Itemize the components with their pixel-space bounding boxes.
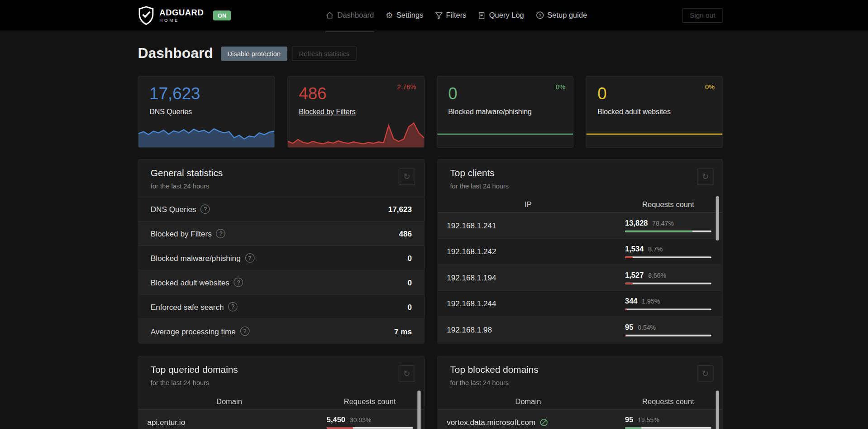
- progress-bar: [625, 256, 711, 258]
- client-ip[interactable]: 192.168.1.241: [447, 221, 496, 230]
- stat-value: 7 ms: [394, 327, 412, 336]
- domain-name[interactable]: vortex.data.microsoft.com: [447, 418, 535, 427]
- refresh-statistics-button[interactable]: Refresh statistics: [291, 46, 357, 61]
- stat-label: Blocked malware/phishing: [151, 254, 241, 263]
- request-count: 95: [625, 415, 633, 424]
- refresh-icon-button[interactable]: ↻: [697, 365, 714, 382]
- column-domain: Domain: [438, 397, 619, 405]
- top-clients-panel: Top clients for the last 24 hours ↻ IP R…: [437, 159, 723, 343]
- blocked-malware-percent: 0%: [556, 83, 565, 91]
- table-header: IP Requests count: [438, 197, 723, 212]
- nav-query-log[interactable]: Query Log: [478, 0, 524, 30]
- client-ip[interactable]: 192.168.1.244: [447, 299, 496, 308]
- refresh-icon: ↻: [403, 172, 410, 182]
- stat-label: Blocked adult websites: [151, 278, 229, 287]
- progress-bar: [625, 308, 711, 310]
- stat-value: 0: [408, 302, 412, 311]
- stat-card-blocked-adult: 0 Blocked adult websites 0%: [586, 76, 723, 148]
- panel-title: Top blocked domains: [450, 365, 710, 376]
- stat-row: Blocked by Filters? 486: [138, 221, 424, 246]
- client-ip[interactable]: 192.168.1.194: [447, 273, 496, 282]
- stat-card-blocked-malware: 0 Blocked malware/phishing 0%: [437, 76, 574, 148]
- nav-settings[interactable]: ⚙ Settings: [386, 0, 423, 30]
- help-icon[interactable]: ?: [240, 326, 250, 336]
- blocked-malware-value: 0: [448, 84, 573, 103]
- request-percent: 8.7%: [648, 246, 663, 253]
- general-statistics-panel: General statistics for the last 24 hours…: [138, 159, 425, 343]
- client-row: 192.168.1.98 950.54%: [438, 316, 723, 342]
- domain-name[interactable]: api.entur.io: [147, 418, 185, 427]
- panel-subtitle: for the last 24 hours: [151, 379, 412, 387]
- request-count: 13,828: [625, 219, 648, 227]
- help-icon[interactable]: ?: [234, 278, 243, 287]
- request-percent: 19.55%: [638, 417, 659, 424]
- top-blocked-domains-panel: Top blocked domains for the last 24 hour…: [437, 356, 723, 429]
- client-row: 192.168.1.244 3441.95%: [438, 290, 723, 316]
- stat-card-blocked-filters: 486 Blocked by Filters 2.76%: [287, 76, 424, 148]
- progress-bar: [625, 231, 711, 232]
- nav-label: Settings: [396, 11, 424, 19]
- stat-cards: 17,623 DNS Queries 486 Blocked by Filter…: [138, 76, 723, 148]
- help-icon[interactable]: ?: [216, 229, 226, 238]
- panel-subtitle: for the last 24 hours: [450, 379, 710, 387]
- client-ip[interactable]: 192.168.1.98: [447, 325, 492, 334]
- blocked-service-icon[interactable]: [540, 418, 548, 426]
- client-row: 192.168.1.242 1,5348.7%: [438, 238, 723, 264]
- dns-queries-value: 17,623: [149, 84, 274, 103]
- query-log-icon: [478, 11, 486, 19]
- stat-card-dns-queries: 17,623 DNS Queries: [138, 76, 275, 148]
- top-queried-rows: api.entur.io 5,45030.93%: [138, 410, 424, 429]
- dns-queries-label: DNS Queries: [149, 107, 274, 116]
- funnel-icon: [435, 11, 443, 19]
- panel-title: Top queried domains: [151, 365, 412, 376]
- nav-label: Query Log: [489, 11, 524, 19]
- request-count: 5,450: [327, 415, 345, 424]
- scrollbar-thumb[interactable]: [716, 196, 719, 241]
- scrollbar-thumb[interactable]: [716, 390, 719, 429]
- panel-subtitle: for the last 24 hours: [450, 182, 710, 190]
- request-percent: 1.95%: [642, 298, 660, 305]
- refresh-icon-button[interactable]: ↻: [399, 169, 415, 185]
- help-icon[interactable]: ?: [228, 302, 238, 312]
- request-count: 95: [625, 323, 633, 331]
- brand-sub: HOME: [159, 18, 204, 23]
- request-percent: 0.54%: [638, 324, 656, 331]
- refresh-icon-button[interactable]: ↻: [697, 169, 714, 185]
- progress-bar: [625, 427, 711, 429]
- blocked-malware-label: Blocked malware/phishing: [448, 107, 573, 116]
- stat-value: 17,623: [388, 205, 412, 214]
- client-ip[interactable]: 192.168.1.242: [447, 247, 496, 256]
- refresh-icon-button[interactable]: ↻: [399, 365, 415, 382]
- nav-dashboard[interactable]: Dashboard: [326, 0, 374, 30]
- top-clients-rows: 192.168.1.241 13,82878.47% 192.168.1.242…: [438, 213, 723, 342]
- stat-label: Average processing time: [151, 327, 236, 336]
- request-percent: 8.66%: [648, 272, 666, 279]
- nav-label: Dashboard: [337, 11, 374, 19]
- blocked-adult-sparkline: [587, 120, 723, 147]
- scrollbar-thumb[interactable]: [417, 390, 420, 429]
- dns-queries-sparkline: [138, 120, 275, 147]
- top-blocked-rows: vortex.data.microsoft.com 9519.55%: [438, 410, 723, 429]
- panel-title: Top clients: [450, 168, 710, 179]
- sign-out-button[interactable]: Sign out: [682, 8, 723, 23]
- request-percent: 78.47%: [652, 220, 674, 227]
- blocked-filters-sparkline: [288, 120, 424, 147]
- blocked-adult-percent: 0%: [705, 83, 715, 91]
- stat-value: 0: [408, 278, 412, 287]
- nav-setup-guide[interactable]: ? Setup guide: [535, 0, 587, 30]
- stat-row: Blocked adult websites? 0: [138, 270, 424, 294]
- request-percent: 30.93%: [350, 417, 372, 424]
- disable-protection-button[interactable]: Disable protection: [221, 46, 287, 61]
- nav-filters[interactable]: Filters: [435, 0, 466, 30]
- stat-row: DNS Queries? 17,623: [138, 197, 424, 221]
- stat-value: 486: [399, 229, 412, 238]
- question-circle-icon: ?: [535, 11, 544, 19]
- blocked-adult-value: 0: [597, 84, 722, 103]
- help-icon[interactable]: ?: [200, 204, 210, 214]
- request-count: 344: [625, 297, 638, 305]
- blocked-filters-link[interactable]: Blocked by Filters: [299, 107, 424, 116]
- table-header: Domain Requests count: [138, 393, 424, 409]
- progress-bar: [625, 335, 711, 337]
- help-icon[interactable]: ?: [245, 253, 254, 263]
- adguard-logo[interactable]: ADGUARD HOME ON: [138, 6, 231, 25]
